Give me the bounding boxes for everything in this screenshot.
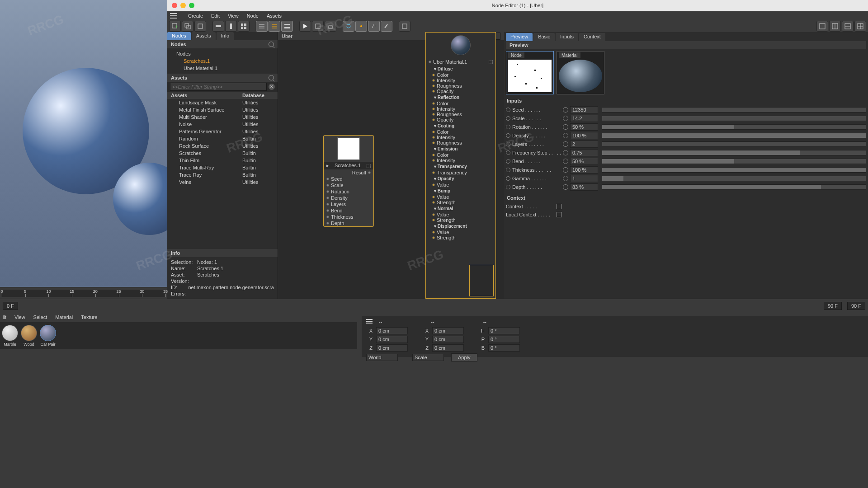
link-icon[interactable]: [563, 167, 568, 173]
search-icon[interactable]: [269, 42, 274, 47]
input-value[interactable]: 1: [570, 175, 598, 182]
node-uber-material[interactable]: Uber Material.1⬚ ▾ DiffuseColorIntensity…: [425, 32, 496, 299]
slider[interactable]: [602, 107, 866, 113]
tree-item[interactable]: Uber Material.1: [167, 65, 278, 72]
tool-view-2[interactable]: [355, 21, 367, 32]
tool-new-node[interactable]: +: [169, 21, 181, 32]
slider[interactable]: [602, 176, 866, 181]
layout-4[interactable]: [854, 21, 866, 32]
asset-row[interactable]: VeinsUtilities: [167, 178, 278, 186]
uber-minimap[interactable]: [469, 265, 494, 296]
slider[interactable]: [602, 159, 866, 164]
uber-port[interactable]: Color: [426, 129, 495, 135]
link-icon[interactable]: [563, 184, 568, 190]
uber-group-displacement[interactable]: ▾ Displacement: [426, 223, 495, 230]
slider[interactable]: [602, 116, 866, 121]
input-value[interactable]: 0.75: [570, 149, 598, 156]
port-layers[interactable]: Layers: [324, 201, 373, 207]
input-value[interactable]: 2: [570, 141, 598, 148]
slider[interactable]: [602, 184, 866, 190]
asset-row[interactable]: Patterns GeneratorUtilities: [167, 128, 278, 135]
tool-view-1[interactable]: [343, 21, 354, 32]
input-value[interactable]: 14.2: [570, 115, 598, 122]
port-thickness[interactable]: Thickness: [324, 214, 373, 220]
asset-row[interactable]: Thin FilmBuiltin: [167, 157, 278, 164]
port-density[interactable]: Density: [324, 195, 373, 201]
link-icon[interactable]: [563, 124, 568, 130]
asset-row[interactable]: Multi ShaderUtilities: [167, 113, 278, 121]
tab-assets[interactable]: Assets: [192, 32, 216, 40]
uber-port[interactable]: Opacity: [426, 89, 495, 94]
link-icon[interactable]: [563, 116, 568, 121]
tree-item[interactable]: Scratches.1: [167, 57, 278, 65]
layout-1[interactable]: [816, 21, 828, 32]
coord-field[interactable]: 0 °: [488, 336, 520, 343]
tab-basic[interactable]: Basic: [533, 33, 555, 41]
graph-tab-label[interactable]: Uber: [282, 33, 292, 39]
tab-inputs[interactable]: Inputs: [556, 33, 578, 41]
uber-group-coating[interactable]: ▾ Coating: [426, 122, 495, 129]
slider[interactable]: [602, 124, 866, 130]
slider[interactable]: [602, 167, 866, 173]
uber-port[interactable]: Value: [426, 230, 495, 235]
frame-right-2[interactable]: 90 F: [847, 302, 865, 310]
material-swatch[interactable]: Wood: [21, 325, 37, 347]
tool-align-h[interactable]: [212, 21, 224, 32]
clear-icon[interactable]: ✕: [269, 84, 275, 90]
port-icon[interactable]: [506, 125, 510, 129]
uber-port[interactable]: Value: [426, 194, 495, 200]
assets-filter-input[interactable]: [170, 83, 267, 91]
input-value[interactable]: 50 %: [570, 123, 598, 131]
checkbox[interactable]: [557, 204, 562, 209]
port-icon[interactable]: [506, 108, 510, 112]
node-scratches[interactable]: ▸Scratches.1⬚ Result SeedScaleRotationDe…: [323, 135, 374, 227]
tool-lock[interactable]: [325, 21, 336, 32]
tool-play[interactable]: [299, 21, 311, 32]
input-value[interactable]: 100 %: [570, 132, 598, 139]
uber-port[interactable]: Intensity: [426, 106, 495, 112]
menu-assets[interactable]: Assets: [267, 13, 282, 19]
uber-group-transparency[interactable]: ▾ Transparency: [426, 163, 495, 170]
asset-row[interactable]: RandomBuiltin: [167, 135, 278, 142]
uber-port[interactable]: Color: [426, 72, 495, 78]
uber-port[interactable]: Roughness: [426, 112, 495, 117]
coord-field[interactable]: 0 cm: [432, 336, 464, 343]
port-icon[interactable]: [506, 168, 510, 172]
uber-port[interactable]: Intensity: [426, 158, 495, 163]
hamburger-icon[interactable]: [366, 319, 373, 324]
viewport-3d[interactable]: [0, 0, 167, 298]
menu-create[interactable]: Create: [188, 13, 203, 19]
uber-port[interactable]: Color: [426, 101, 495, 106]
link-icon[interactable]: [563, 176, 568, 181]
matbar-material[interactable]: Material: [55, 314, 73, 320]
uber-port[interactable]: Value: [426, 182, 495, 188]
uber-port[interactable]: Strength: [426, 200, 495, 205]
preview-node[interactable]: Node: [506, 51, 554, 94]
material-tray[interactable]: MarbleWoodCar Pair: [0, 322, 357, 349]
menu-view[interactable]: View: [228, 13, 239, 19]
tool-layout[interactable]: [238, 21, 250, 32]
input-value[interactable]: 83 %: [570, 183, 598, 191]
menu-node[interactable]: Node: [247, 13, 259, 19]
tool-list-3[interactable]: [281, 21, 293, 32]
port-icon[interactable]: [506, 159, 510, 164]
layout-2[interactable]: [829, 21, 841, 32]
port-icon[interactable]: [506, 176, 510, 181]
uber-port[interactable]: Value: [426, 212, 495, 217]
uber-port[interactable]: Strength: [426, 235, 495, 240]
port-scale[interactable]: Scale: [324, 182, 373, 188]
port-bend[interactable]: Bend: [324, 207, 373, 214]
port-result[interactable]: Result: [352, 170, 366, 175]
port-depth[interactable]: Depth: [324, 220, 373, 226]
material-swatch[interactable]: Car Pair: [40, 325, 56, 347]
coord-field[interactable]: 0 cm: [376, 336, 408, 343]
uber-port[interactable]: Roughness: [426, 83, 495, 89]
frame-left[interactable]: 0 F: [3, 302, 18, 310]
coord-field[interactable]: 0 cm: [432, 327, 464, 334]
uber-port[interactable]: Opacity: [426, 117, 495, 122]
timeline[interactable]: 05101520253035: [0, 287, 167, 299]
port-seed[interactable]: Seed: [324, 176, 373, 182]
coord-field[interactable]: 0 cm: [432, 344, 464, 352]
asset-row[interactable]: ScratchesBuiltin: [167, 150, 278, 157]
uber-port[interactable]: Roughness: [426, 140, 495, 145]
